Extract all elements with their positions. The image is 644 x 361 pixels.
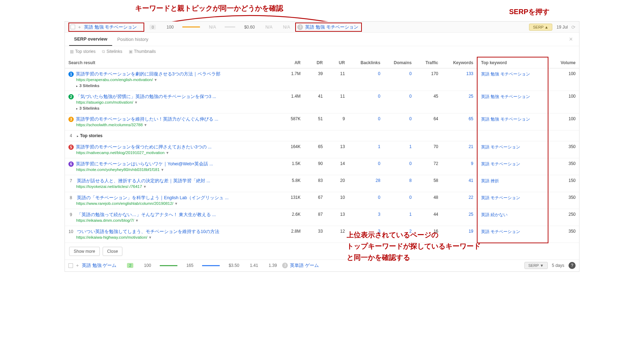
result-url[interactable]: https://eikaiwa-highway.com/motivation/▼	[76, 235, 152, 239]
domains-cell[interactable]: 0	[384, 114, 415, 130]
result-url[interactable]: https://note.com/yoheyhey80/n/nb0318bf1f…	[76, 167, 164, 172]
top-keyword-cell[interactable]: 英語 勉強 モチベーション	[477, 68, 548, 91]
result-title[interactable]: 英語学習のモチベーションを保つために押さえておきたい3つの ...	[76, 145, 212, 149]
result-url[interactable]: https://toyokeizai.net/articles/-/76417▼	[76, 184, 147, 189]
result-url[interactable]: https://eikaiwa.dmm.com/blog/7/▼	[76, 218, 139, 222]
backlinks-cell[interactable]: 0	[348, 158, 384, 175]
result-url[interactable]: https://peraperabu.com/english-motivatio…	[76, 78, 157, 82]
refresh-icon[interactable]: ⟳	[571, 24, 576, 30]
col-ur[interactable]: UR	[326, 57, 348, 68]
domains-cell[interactable]: 1	[384, 209, 415, 226]
result-url[interactable]: https://atsueigo.com/motivation/▼	[76, 100, 138, 104]
traffic-cell: 70	[415, 141, 442, 158]
domains-cell[interactable]: 0	[384, 68, 415, 91]
ur-cell: 12	[326, 226, 348, 243]
top-keyword-cell[interactable]: 英語 モチベーション	[477, 158, 548, 175]
add-icon[interactable]: ＋	[75, 262, 80, 269]
top-keyword-cell[interactable]: 英語 勉強 モチベーション	[477, 114, 548, 130]
col-domains[interactable]: Domains	[384, 57, 415, 68]
backlinks-cell[interactable]: 0	[348, 114, 384, 130]
keywords-cell[interactable]: 21	[442, 141, 477, 158]
result-title[interactable]: 「英語の勉強って続かない…」そんなアナタへ！ 東大生が教える ...	[77, 212, 216, 217]
result-title[interactable]: 英語学習のモチベーションを維持したい！英語力がぐんぐん伸びる ...	[76, 117, 218, 122]
volume-cell: 350	[548, 158, 579, 175]
backlinks-cell[interactable]: 1	[348, 141, 384, 158]
close-button[interactable]: Close	[103, 247, 123, 256]
col-search[interactable]: Search result	[65, 57, 278, 68]
keywords-cell[interactable]: 133	[442, 68, 477, 91]
result-url[interactable]: https://www.rarejob.com/englishlab/colum…	[76, 201, 178, 206]
close-icon[interactable]: ×	[567, 36, 575, 43]
domains-cell[interactable]: 0	[384, 192, 415, 209]
top-keyword-cell[interactable]: 英語 モチベーション	[477, 192, 548, 209]
domains-cell[interactable]: 0	[384, 158, 415, 175]
feature-thumbnails[interactable]: ▣Thumbnails	[129, 49, 156, 54]
show-more-button[interactable]: Show more	[69, 247, 100, 256]
keywords-cell[interactable]: 22	[442, 192, 477, 209]
dr-cell: 65	[304, 141, 326, 158]
domains-cell[interactable]: 0	[384, 91, 415, 114]
trend-bar	[202, 265, 220, 266]
parent-topic-redbox: 3 英語 勉強 モチベーション	[295, 23, 362, 32]
result-url[interactable]: https://schoolwith.me/columns/32788▼	[76, 123, 147, 127]
v1: 1.41	[250, 263, 258, 268]
domains-cell[interactable]: 8	[384, 175, 415, 192]
col-keywords[interactable]: Keywords	[442, 57, 477, 68]
parent-topic-link[interactable]: 英単語 ゲーム	[290, 262, 319, 269]
col-ar[interactable]: AR	[278, 57, 304, 68]
result-url[interactable]: https://nativecamp.net/blog/20191027_mot…	[76, 151, 169, 155]
keywords-cell[interactable]: 25	[442, 209, 477, 226]
backlinks-cell[interactable]: 0	[348, 68, 384, 91]
top-keyword-cell[interactable]: 英語 勉強 モチベーション	[477, 91, 548, 114]
col-top-keyword[interactable]: Top keyword	[477, 57, 548, 68]
update-date: 19 Jul	[557, 25, 568, 30]
col-traffic[interactable]: Traffic	[415, 57, 442, 68]
backlinks-cell[interactable]: 0	[348, 192, 384, 209]
backlinks-cell[interactable]: 3	[348, 209, 384, 226]
volume-cell: 100	[548, 68, 579, 91]
result-title[interactable]: ついつい英語を勉強してしまう、モチベーションを維持する10の方法	[77, 229, 219, 234]
top-keyword-cell[interactable]: 英語 モチベーション	[477, 226, 548, 243]
parent-topic-link[interactable]: 英語 勉強 モチベーション	[305, 24, 358, 30]
top-keyword-cell[interactable]: 英語 続かない	[477, 209, 548, 226]
traffic-cell: 44	[415, 209, 442, 226]
volume-cell: 100	[548, 91, 579, 114]
col-dr[interactable]: DR	[304, 57, 326, 68]
ar-cell: 2.6K	[278, 209, 304, 226]
feature-top-stories[interactable]: ▦Top stories	[70, 49, 96, 54]
result-title[interactable]: 英語学習のモチベーションを劇的に回復させる3つの方法｜ペラペラ部	[76, 72, 220, 77]
checkbox[interactable]	[71, 25, 75, 29]
volume-cell: 150	[548, 175, 579, 192]
feature-sitelinks[interactable]: ⧉Sitelinks	[102, 49, 122, 54]
result-title[interactable]: 英語の「モチベーション」を科学しよう｜English Lab（イングリッシュ .…	[77, 195, 229, 200]
callout-serp: SERPを押す	[509, 7, 549, 17]
help-icon[interactable]: ?	[569, 262, 576, 269]
serp-button[interactable]: SERP ▼	[524, 262, 548, 269]
top-keyword-cell[interactable]: 英語 挫折	[477, 175, 548, 192]
result-title[interactable]: 英語が話せる人と、挫折する人の決定的な差｜英語学習「絶対 ...	[77, 178, 210, 183]
tab-serp-overview[interactable]: SERP overview	[69, 33, 112, 46]
top-keyword-cell[interactable]: 英語 モチベーション	[477, 141, 548, 158]
tab-position-history[interactable]: Position history	[112, 33, 153, 45]
result-title[interactable]: 「気づいたら勉強が習慣に」英語の勉強のモチベーションを保つ3 ...	[76, 94, 216, 99]
result-title[interactable]: 英語学習にモチベーションはいらないワケ｜Yohei@Web×英会話 ...	[76, 161, 213, 166]
backlinks-cell[interactable]: 0	[348, 91, 384, 114]
backlinks-cell[interactable]: 28	[348, 175, 384, 192]
checkbox[interactable]	[68, 263, 73, 268]
col-backlinks[interactable]: Backlinks	[348, 57, 384, 68]
keywords-cell[interactable]: 25	[442, 91, 477, 114]
volume-cell: 350	[548, 226, 579, 243]
add-icon[interactable]: ＋	[77, 24, 82, 30]
dr-cell: 83	[304, 175, 326, 192]
ar-cell: 587K	[278, 114, 304, 130]
ur-cell: 14	[326, 158, 348, 175]
keyword-link[interactable]: 英語 勉強 モチベーション	[84, 24, 137, 30]
topstories-icon: ▦	[70, 49, 74, 54]
keyword-link[interactable]: 英語 勉強 ゲーム	[82, 262, 116, 269]
keywords-cell[interactable]: 41	[442, 175, 477, 192]
serp-button[interactable]: SERP ▲	[529, 24, 552, 31]
domains-cell[interactable]: 1	[384, 141, 415, 158]
keywords-cell[interactable]: 9	[442, 158, 477, 175]
col-volume[interactable]: Volume	[548, 57, 579, 68]
keywords-cell[interactable]: 65	[442, 114, 477, 130]
